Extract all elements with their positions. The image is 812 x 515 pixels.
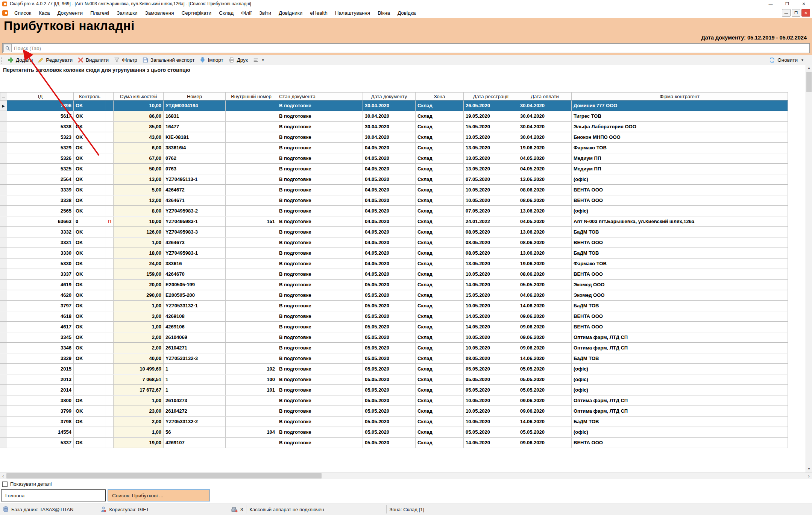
menu-nalashtuvannia[interactable]: Налаштування	[331, 8, 374, 18]
edit-button[interactable]: Редагувати	[35, 56, 75, 64]
column-header-firm[interactable]: Фірма-контрагент	[572, 92, 788, 100]
close-icon[interactable]: ✕	[795, 0, 812, 8]
cell-number: 1	[164, 385, 226, 395]
horizontal-scrollbar[interactable]: ‹ ›	[0, 472, 812, 479]
table-row[interactable]: 2564OK13,00YZ70495113-1В подготовке04.05…	[0, 174, 788, 185]
table-row[interactable]: 201510 499,691102В подготовке05.05.2020С…	[0, 364, 788, 374]
table-row[interactable]: 4618OK3,004269108В подготовке05.05.2020С…	[0, 311, 788, 322]
table-row[interactable]: 5617OK86,0016831В подготовке30.04.2020Ск…	[0, 111, 788, 122]
search-input[interactable]	[13, 45, 809, 52]
cell-number: 4269106	[164, 322, 226, 332]
column-header-control[interactable]: Контроль	[74, 92, 106, 100]
menu-platezhi[interactable]: Платежі	[87, 8, 113, 18]
cell-number: 1	[164, 374, 226, 385]
view-options-button[interactable]: ▼	[250, 56, 267, 64]
menu-sertyfikaty[interactable]: Сертифікати	[178, 8, 215, 18]
cell-flag	[106, 100, 114, 111]
column-header-flag[interactable]	[106, 92, 114, 100]
add-button[interactable]: Додати	[5, 56, 35, 64]
table-row[interactable]: 5337OK19,004269107В подготовке05.05.2020…	[0, 438, 788, 448]
cell-state: В подготовке	[277, 406, 363, 416]
table-row[interactable]: 3797OK1,00YZ70533132-1В подготовке05.05.…	[0, 301, 788, 311]
table-row[interactable]: 3800OK1,0026104273В подготовке05.05.2020…	[0, 395, 788, 406]
scroll-down-icon[interactable]: ▼	[806, 466, 812, 472]
column-header-zone[interactable]: Зона	[416, 92, 464, 100]
menu-sklad[interactable]: Склад	[215, 8, 237, 18]
cell-firm: Оптима фарм, ЛТД СП	[572, 395, 788, 406]
column-header-pay-date[interactable]: Дата оплати	[518, 92, 572, 100]
table-row[interactable]: 201417 672,671101В подготовке05.05.2020С…	[0, 385, 788, 395]
column-header-id[interactable]: ІД	[7, 92, 74, 100]
table-row[interactable]: 3345OK2,0026104069В подготовке05.05.2020…	[0, 332, 788, 343]
column-header-reg-date[interactable]: Дата реєстрації	[464, 92, 518, 100]
cell-reg-date: 14.05.2020	[464, 322, 518, 332]
print-button[interactable]: Друк	[226, 56, 250, 64]
row-indicator	[0, 427, 7, 438]
table-row[interactable]: 2565OK8,00YZ70495983-2В подготовке04.05.…	[0, 206, 788, 216]
menu-dokumenty[interactable]: Документи	[54, 8, 87, 18]
menu-zamovlennia[interactable]: Замовлення	[141, 8, 178, 18]
table-row[interactable]: 20137 068,511100В подготовке05.05.2020Ск…	[0, 374, 788, 385]
mdi-restore-icon[interactable]: ❐	[792, 9, 800, 17]
tab-home[interactable]: Головна	[1, 489, 106, 501]
table-row[interactable]: 636630П10,00YZ70495983-1151В подготовке0…	[0, 216, 788, 227]
table-row[interactable]: 145541,0056104В подготовке05.05.2020Скла…	[0, 427, 788, 438]
table-row[interactable]: 5325OK50,000763В подготовке04.05.2020Скл…	[0, 164, 788, 174]
group-by-drop-zone[interactable]: Перетягніть заголовок колонки сюди для у…	[3, 67, 190, 73]
scroll-right-icon[interactable]: ›	[806, 473, 812, 479]
column-header-state[interactable]: Стан документа	[277, 92, 363, 100]
menu-dovidnyky[interactable]: Довідники	[275, 8, 306, 18]
mdi-minimize-icon[interactable]: —	[782, 9, 791, 17]
tab-list-incoming-invoices[interactable]: Список: Прибуткові ...	[108, 489, 210, 501]
cell-zone: Склад	[416, 100, 464, 111]
table-row[interactable]: 4617OK1,004269106В подготовке05.05.2020С…	[0, 322, 788, 332]
cell-internal	[226, 164, 277, 174]
restore-icon[interactable]: ❐	[779, 0, 795, 8]
table-row[interactable]: 4619OK20,00E200505-199В подготовке05.05.…	[0, 280, 788, 290]
vertical-scrollbar[interactable]: ▲ ▼	[806, 65, 812, 472]
menu-zvity[interactable]: Звіти	[255, 8, 275, 18]
table-row[interactable]: 3337OK159,004264670В подготовке04.05.202…	[0, 269, 788, 280]
refresh-button[interactable]: Оновити ▼	[766, 56, 807, 64]
table-row[interactable]: 3338OK12,004264671В подготовке04.05.2020…	[0, 195, 788, 206]
table-row[interactable]: 5329OK6,00383616/4В подготовке04.05.2020…	[0, 143, 788, 153]
column-header-number[interactable]: Номер	[164, 92, 226, 100]
menu-kasa[interactable]: Каса	[35, 8, 54, 18]
mdi-close-icon[interactable]: ✕	[801, 9, 810, 17]
menu-ehealth[interactable]: eHealth	[306, 8, 331, 18]
table-row[interactable]: 3799OK23,0026104272В подготовке05.05.202…	[0, 406, 788, 416]
import-button[interactable]: Імпорт	[197, 56, 226, 64]
column-header-doc-date[interactable]: Дата документу	[363, 92, 416, 100]
table-row[interactable]: 5326OK67,000762В подготовке04.05.2020Скл…	[0, 153, 788, 164]
table-row[interactable]: 3798OK2,00YZ70533132-2В подготовке05.05.…	[0, 416, 788, 427]
export-button[interactable]: Загальний експорт	[140, 56, 197, 64]
table-row[interactable]: 3330OK18,00YZ70495983-1В подготовке04.05…	[0, 248, 788, 258]
scroll-left-icon[interactable]: ‹	[0, 473, 6, 479]
table-row[interactable]: 3332OK126,00YZ70495983-3В подготовке04.0…	[0, 227, 788, 237]
delete-button[interactable]: Видалити	[75, 56, 111, 64]
column-header-sum[interactable]: Сума кількостей	[114, 92, 164, 100]
table-row[interactable]: 4620OK290,00E200505-200В подготовке05.05…	[0, 290, 788, 301]
table-row[interactable]: 5330OK24,00383616В подготовке04.05.2020С…	[0, 258, 788, 269]
scroll-up-icon[interactable]: ▲	[806, 65, 812, 71]
table-row[interactable]: 5338OK85,0016477В подготовке30.04.2020Ск…	[0, 122, 788, 132]
table-row[interactable]: 3346OK2,0026104271В подготовке05.05.2020…	[0, 343, 788, 353]
menu-vikna[interactable]: Вікна	[374, 8, 394, 18]
table-row[interactable]: 3339OK5,004264672В подготовке04.05.2020С…	[0, 185, 788, 195]
cell-zone: Склад	[416, 322, 464, 332]
menu-spisok[interactable]: Список	[11, 8, 35, 18]
filter-button[interactable]: Фільтр	[111, 56, 140, 64]
column-header-internal-number[interactable]: Внутрішній номер	[226, 92, 277, 100]
table-row[interactable]: 5323OK43,00KIE-08181В подготовке30.04.20…	[0, 132, 788, 143]
table-row[interactable]: 3331OK1,004264673В подготовке04.05.2020С…	[0, 237, 788, 248]
horizontal-scrollbar-thumb[interactable]	[6, 473, 322, 479]
menu-dovidka[interactable]: Довідка	[394, 8, 420, 18]
show-details-checkbox[interactable]	[2, 482, 8, 487]
menu-zalyshky[interactable]: Залишки	[113, 8, 141, 18]
table-row[interactable]: ▶7396OK10,00УТДМ0304194В подготовке30.04…	[0, 100, 788, 111]
minimize-icon[interactable]: —	[762, 0, 779, 8]
menu-filii[interactable]: Філії	[237, 8, 255, 18]
vertical-scrollbar-thumb[interactable]	[806, 72, 812, 92]
cell-id: 5323	[7, 132, 74, 143]
table-row[interactable]: 3329OK40,00YZ70533132-3В подготовке05.05…	[0, 353, 788, 364]
